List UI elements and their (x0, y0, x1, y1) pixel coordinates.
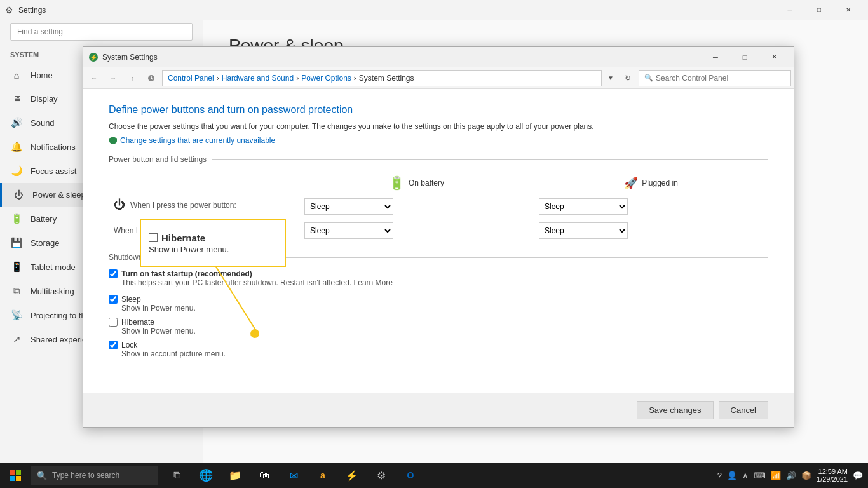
power-button-section: Power button and lid settings (109, 155, 768, 164)
fast-startup-row: Turn on fast startup (recommended) This … (109, 269, 768, 290)
taskbar-date: 1/29/2021 (817, 475, 848, 483)
breadcrumb-sep-3: › (354, 74, 356, 83)
hibernate-sub: Show in Power menu. (121, 327, 768, 336)
display-icon: 🖥 (10, 93, 23, 104)
power-button-row: ⏻ When I press the power button: Sleep D… (109, 194, 768, 219)
taskbar-task-view-button[interactable]: ⧉ (163, 463, 191, 488)
store-icon: 🛍 (259, 470, 269, 481)
shared-icon: ↗ (10, 334, 23, 345)
taskbar-settings-button[interactable]: ⚙ (367, 463, 395, 488)
taskbar-volume-icon[interactable]: 🔊 (786, 471, 796, 480)
fast-startup-label[interactable]: Turn on fast startup (recommended) (109, 269, 768, 278)
sidebar-item-notifications-label: Notifications (31, 142, 76, 152)
battery-column-icon: 🔋 (389, 175, 405, 191)
explorer-icon: 📁 (229, 470, 241, 482)
callout-checkbox-icon (149, 233, 158, 242)
breadcrumb[interactable]: Control Panel › Hardware and Sound › Pow… (162, 70, 602, 86)
lock-checkbox[interactable] (109, 341, 118, 349)
taskbar-items: ⧉ 🌐 📁 🛍 ✉ a ⚡ ⚙ O (163, 463, 424, 488)
taskbar-mail-button[interactable]: ✉ (280, 463, 308, 488)
hibernate-label[interactable]: Hibernate (109, 318, 768, 327)
power-button-battery-select[interactable]: Sleep Do nothing Hibernate Shut down (304, 198, 393, 215)
breadcrumb-power-options[interactable]: Power Options (301, 74, 351, 83)
extra-icon: ⚡ (346, 470, 358, 482)
taskbar-explorer-button[interactable]: 📁 (221, 463, 249, 488)
fast-startup-desc: This helps start your PC faster after sh… (121, 278, 768, 287)
modal-window-controls: ─ □ ✕ (701, 47, 789, 67)
taskbar: 🔍 Type here to search ⧉ 🌐 📁 🛍 ✉ a ⚡ ⚙ O (0, 463, 868, 488)
control-panel-search-box[interactable]: 🔍 (639, 70, 791, 86)
lock-row: Lock Show in account picture menu. (109, 341, 768, 358)
power-button-plugged-select[interactable]: Sleep Do nothing Hibernate Shut down (539, 198, 628, 215)
taskbar-chevron-icon[interactable]: ∧ (742, 471, 749, 480)
control-panel-search-input[interactable] (656, 74, 785, 83)
settings-close-button[interactable]: ✕ (834, 0, 863, 20)
save-changes-button[interactable]: Save changes (637, 401, 713, 419)
taskbar-amazon-button[interactable]: a (309, 463, 337, 488)
taskbar-notification-icon[interactable]: 💬 (853, 471, 863, 480)
breadcrumb-control-panel[interactable]: Control Panel (168, 74, 214, 83)
taskbar-right-area: ? 👤 ∧ ⌨ 📶 🔊 📦 12:59 AM 1/29/2021 💬 (712, 468, 868, 483)
storage-icon: 💾 (10, 237, 23, 248)
taskbar-store-button[interactable]: 🛍 (250, 463, 278, 488)
taskbar-wifi-icon[interactable]: 📶 (771, 471, 781, 480)
forward-button[interactable]: → (105, 70, 121, 86)
modal-maximize-button[interactable]: □ (730, 47, 759, 67)
hibernate-checkbox[interactable] (109, 318, 118, 327)
sidebar-item-home-label: Home (31, 71, 53, 80)
settings-search-input[interactable] (10, 23, 193, 41)
breadcrumb-sep-2: › (296, 74, 299, 83)
lock-label[interactable]: Lock (109, 341, 768, 349)
windows-start-icon (10, 470, 21, 481)
recent-locations-button[interactable] (143, 70, 159, 86)
sleep-label[interactable]: Sleep (109, 295, 768, 304)
svg-text:⚡: ⚡ (90, 53, 98, 62)
back-button[interactable]: ← (86, 70, 102, 86)
sidebar-search-container (0, 20, 203, 46)
plugged-column-header: 🚀 Plugged in (534, 172, 768, 194)
sleep-checkbox[interactable] (109, 295, 118, 304)
tablet-icon: 📱 (10, 261, 23, 273)
svg-rect-7 (16, 476, 21, 481)
settings-title: Settings (18, 6, 46, 15)
modal-minimize-button[interactable]: ─ (701, 47, 730, 67)
learn-more-link[interactable]: Learn More (354, 278, 393, 287)
svg-rect-5 (16, 470, 21, 475)
taskbar-edge-button[interactable]: 🌐 (192, 463, 220, 488)
sound-icon: 🔊 (10, 117, 23, 128)
svg-rect-6 (10, 476, 15, 481)
modal-footer: Save changes Cancel (83, 393, 794, 427)
taskbar-keyboard-icon[interactable]: ⌨ (754, 471, 766, 480)
sleep-sub: Show in Power menu. (121, 304, 768, 313)
up-button[interactable]: ↑ (124, 70, 140, 86)
taskbar-clock[interactable]: 12:59 AM 1/29/2021 (817, 468, 848, 483)
refresh-button[interactable]: ↻ (620, 70, 636, 86)
sidebar-item-battery-label: Battery (31, 214, 57, 224)
settings-window-controls: ─ □ ✕ (775, 0, 863, 20)
modal-close-button[interactable]: ✕ (759, 47, 789, 67)
modal-title-icon: ⚡ (88, 52, 98, 62)
lid-close-plugged-select[interactable]: Sleep Do nothing Hibernate Shut down (539, 222, 628, 239)
taskbar-search-box[interactable]: 🔍 Type here to search (31, 466, 158, 485)
lid-close-battery-select[interactable]: Sleep Do nothing Hibernate Shut down (304, 222, 393, 239)
fast-startup-checkbox[interactable] (109, 269, 118, 278)
start-button[interactable] (0, 463, 31, 488)
settings-maximize-button[interactable]: □ (804, 0, 834, 20)
sidebar-item-storage-label: Storage (31, 238, 60, 248)
breadcrumb-hardware-sound[interactable]: Hardware and Sound (222, 74, 294, 83)
settings-minimize-button[interactable]: ─ (775, 0, 804, 20)
shield-icon (109, 136, 118, 145)
breadcrumb-dropdown-button[interactable]: ▼ (604, 70, 617, 86)
taskbar-search-icon: 🔍 (37, 471, 47, 480)
taskbar-help-icon[interactable]: ? (717, 471, 722, 480)
sidebar-item-power-label: Power & sleep (32, 190, 86, 200)
hibernate-callout-box: Hibernate Show in Power menu. (140, 219, 286, 267)
taskbar-extra-button[interactable]: ⚡ (338, 463, 366, 488)
taskbar-people-icon[interactable]: 👤 (727, 471, 737, 480)
cancel-button[interactable]: Cancel (719, 401, 768, 419)
change-settings-link[interactable]: Change settings that are currently unava… (109, 136, 768, 145)
taskbar-outlook-button[interactable]: O (397, 463, 424, 488)
mail-icon: ✉ (290, 470, 298, 482)
taskbar-dropbox-icon[interactable]: 📦 (801, 471, 811, 480)
settings-titlebar: ⚙ Settings ─ □ ✕ (0, 0, 868, 20)
